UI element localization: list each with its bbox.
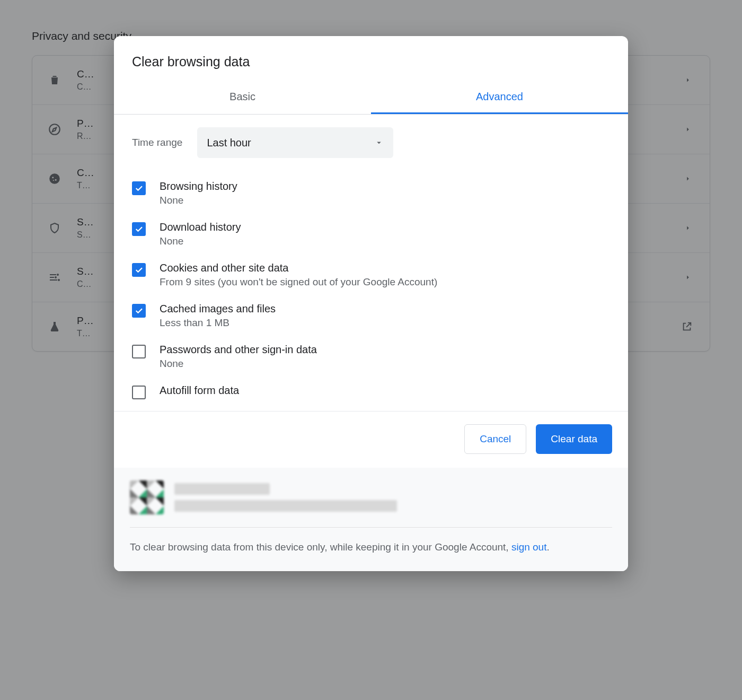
checkbox[interactable] xyxy=(132,222,146,236)
checkbox[interactable] xyxy=(132,386,146,399)
checkbox[interactable] xyxy=(132,304,146,318)
dialog-title: Clear browsing data xyxy=(114,36,628,82)
data-type-sub: None xyxy=(160,358,317,370)
avatar xyxy=(130,480,164,514)
dialog-footer: To clear browsing data from this device … xyxy=(114,468,628,571)
data-type-row: Browsing historyNone xyxy=(132,173,610,214)
dialog-body: Time range Last hour Browsing historyNon… xyxy=(114,115,628,411)
time-range-label: Time range xyxy=(132,137,182,148)
data-type-label: Cached images and files xyxy=(160,303,276,315)
data-type-row: Autofill form data xyxy=(132,377,610,407)
data-type-row: Download historyNone xyxy=(132,214,610,255)
footer-note: To clear browsing data from this device … xyxy=(130,539,612,555)
data-type-label: Autofill form data xyxy=(160,384,239,397)
sign-out-link[interactable]: sign out xyxy=(511,541,547,553)
chevron-down-icon xyxy=(374,138,384,147)
data-type-label: Cookies and other site data xyxy=(160,262,437,274)
data-type-sub: None xyxy=(160,235,241,247)
checkbox[interactable] xyxy=(132,181,146,195)
data-type-label: Download history xyxy=(160,221,241,233)
data-type-list: Browsing historyNoneDownload historyNone… xyxy=(132,173,610,407)
data-type-sub: Less than 1 MB xyxy=(160,317,276,329)
time-range-select[interactable]: Last hour xyxy=(197,127,393,158)
time-range-value: Last hour xyxy=(207,137,251,149)
data-type-row: Cookies and other site dataFrom 9 sites … xyxy=(132,255,610,295)
checkbox[interactable] xyxy=(132,345,146,358)
cancel-button[interactable]: Cancel xyxy=(464,424,526,454)
checkbox[interactable] xyxy=(132,263,146,277)
data-type-sub: None xyxy=(160,195,237,206)
dialog-tabs: Basic Advanced xyxy=(114,82,628,115)
clear-data-button[interactable]: Clear data xyxy=(536,424,612,454)
tab-basic[interactable]: Basic xyxy=(114,82,371,114)
dialog-actions: Cancel Clear data xyxy=(114,411,628,468)
redacted-email xyxy=(174,500,397,512)
data-type-label: Browsing history xyxy=(160,180,237,192)
modal-scrim: Clear browsing data Basic Advanced Time … xyxy=(0,0,742,700)
data-type-sub: From 9 sites (you won't be signed out of… xyxy=(160,276,437,288)
clear-browsing-data-dialog: Clear browsing data Basic Advanced Time … xyxy=(114,36,628,571)
tab-advanced[interactable]: Advanced xyxy=(371,82,628,114)
data-type-label: Passwords and other sign-in data xyxy=(160,344,317,356)
redacted-name xyxy=(174,483,270,495)
data-type-row: Cached images and filesLess than 1 MB xyxy=(132,295,610,336)
account-row xyxy=(130,480,612,528)
data-type-row: Passwords and other sign-in dataNone xyxy=(132,336,610,377)
